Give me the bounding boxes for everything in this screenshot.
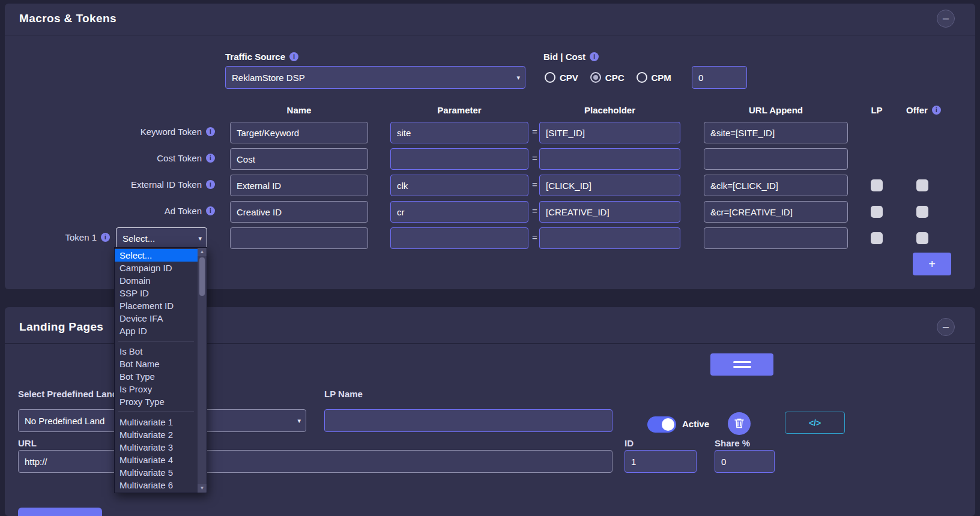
dropdown-option[interactable]: Campaign ID [115,262,198,274]
info-icon[interactable]: i [206,180,215,189]
token-name-input[interactable] [230,201,368,223]
info-icon[interactable]: i [206,154,215,163]
dropdown-option[interactable]: Multivariate 3 [115,441,198,454]
token-parameter-input[interactable] [390,122,528,143]
dropdown-option[interactable]: Bot Type [115,370,198,383]
column-header-parameter: Parameter [390,105,528,115]
dropdown-separator [118,341,194,341]
token-type-select-value: Select... [122,233,155,244]
code-view-button[interactable]: </> [785,412,845,434]
dropdown-option[interactable]: SSP ID [115,287,198,299]
token-url-append-input[interactable] [704,148,848,170]
radio-option-cpv[interactable]: CPV [545,72,578,83]
column-header-name: Name [230,105,368,115]
bid-type-radio-group: CPV CPC CPM [545,71,671,84]
lp-checkbox[interactable] [871,206,883,218]
token-parameter-input[interactable] [390,148,528,170]
token-placeholder-input[interactable] [539,122,680,143]
token-url-append-input[interactable] [704,201,848,223]
add-token-button[interactable]: + [913,253,951,275]
dropdown-separator [118,412,194,412]
dropdown-option[interactable]: Multivariate 2 [115,428,198,441]
token-placeholder-input[interactable] [539,227,680,249]
landing-id-input[interactable] [625,450,697,473]
reorder-button[interactable] [710,353,773,376]
token-name-input[interactable] [230,122,368,143]
dropdown-option[interactable]: Is Proxy [115,383,198,395]
scroll-down-icon[interactable]: ▼ [198,484,207,493]
token-placeholder-input[interactable] [539,148,680,170]
equals-sign: = [532,127,537,137]
dropdown-option[interactable]: Multivariate 5 [115,466,198,479]
add-landing-page-button-partial[interactable] [18,508,102,516]
radio-selected-icon[interactable] [590,72,601,83]
dropdown-option[interactable]: Domain [115,274,198,287]
radio-option-cpc[interactable]: CPC [590,72,625,83]
share-percent-label: Share % [715,438,750,448]
toggle-knob [662,418,674,431]
dropdown-option[interactable]: Bot Name [115,358,198,370]
token-select-dropdown: Select... Campaign ID Domain SSP ID Plac… [114,247,207,493]
token-select-dropdown-list: Select... Campaign ID Domain SSP ID Plac… [115,248,198,493]
scrollbar-thumb[interactable] [199,257,205,296]
dropdown-scrollbar[interactable]: ▲ ▼ [198,248,207,493]
info-icon[interactable]: i [289,52,298,61]
predefined-landing-value: No Predefined Land [25,416,104,426]
dropdown-option[interactable]: Multivariate 4 [115,454,198,466]
bid-value-input[interactable] [692,66,747,89]
traffic-source-label: Traffic Sourcei [225,52,298,62]
radio-icon[interactable] [545,72,555,83]
radio-option-cpm[interactable]: CPM [637,72,671,83]
dropdown-option[interactable]: Multivariate 6 [115,479,198,491]
token-parameter-input[interactable] [390,175,528,196]
info-icon[interactable]: i [101,233,110,242]
token-name-input[interactable] [230,175,368,196]
token-placeholder-input[interactable] [539,175,680,196]
lp-checkbox[interactable] [871,232,883,244]
active-toggle[interactable] [647,416,676,433]
info-icon[interactable]: i [206,206,215,215]
chevron-down-icon: ▾ [198,235,202,242]
info-icon[interactable]: i [590,52,599,61]
offer-checkbox[interactable] [916,206,928,218]
dropdown-option[interactable]: Multivariate 1 [115,416,198,428]
landing-url-input[interactable] [18,450,612,473]
token-row-label: External ID Tokeni [17,179,215,190]
token-parameter-input[interactable] [390,201,528,223]
token-url-append-input[interactable] [704,122,848,143]
token-placeholder-input[interactable] [539,201,680,223]
token-url-append-input[interactable] [704,227,848,249]
token-url-append-input[interactable] [704,175,848,196]
share-percent-input[interactable] [715,450,775,473]
token-parameter-input[interactable] [390,227,528,249]
info-icon[interactable]: i [206,127,215,136]
reorder-icon [710,361,773,368]
lp-checkbox[interactable] [871,179,883,191]
traffic-source-value: ReklamStore DSP [232,73,305,83]
lp-name-input[interactable] [324,409,612,432]
lp-name-label: LP Name [324,389,363,399]
macros-collapse-button[interactable]: – [937,10,955,28]
token-name-input[interactable] [230,227,368,249]
scroll-up-icon[interactable]: ▲ [198,248,207,256]
landing-collapse-button[interactable]: – [937,318,955,336]
token-row-label: Keyword Tokeni [17,127,215,137]
traffic-source-select[interactable]: ReklamStore DSP ▾ [225,66,525,89]
chevron-down-icon: ▾ [297,417,301,425]
dropdown-option[interactable]: App ID [115,325,198,337]
chevron-down-icon: ▾ [516,74,520,82]
delete-landing-button[interactable] [728,412,751,435]
radio-icon[interactable] [637,72,647,83]
offer-checkbox[interactable] [916,232,928,244]
dropdown-option[interactable]: Device IFA [115,312,198,325]
dropdown-option-selected[interactable]: Select... [115,249,198,262]
offer-checkbox[interactable] [916,179,928,191]
token-row-label-text: Keyword Token [141,127,202,137]
dropdown-option[interactable]: Is Bot [115,345,198,358]
token-name-input[interactable] [230,148,368,170]
token-type-select[interactable]: Select... ▾ [116,227,207,249]
dropdown-option[interactable]: Proxy Type [115,395,198,408]
radio-label: CPC [605,73,625,83]
dropdown-option[interactable]: Placement ID [115,299,198,312]
info-icon[interactable]: i [932,106,941,115]
